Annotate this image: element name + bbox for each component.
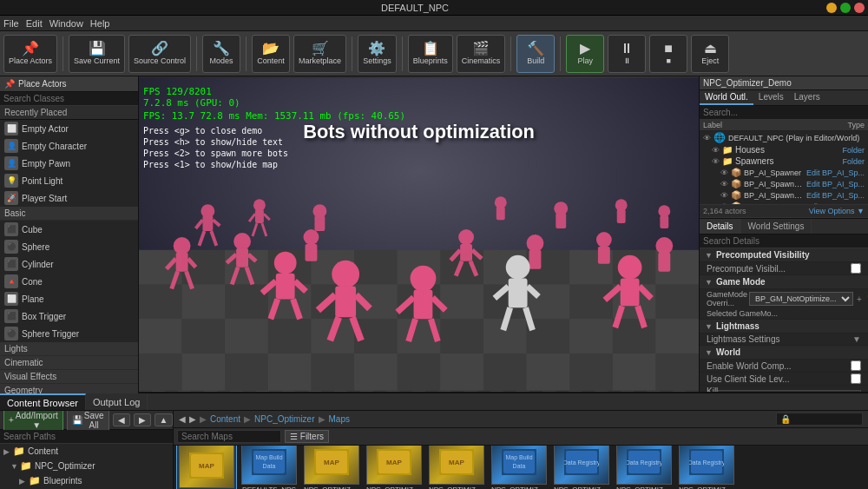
maximize-button[interactable] [840, 3, 851, 13]
asset-item-npc-lvl3[interactable]: MAP NPC_OPTIMIZED... LVL 3 [427, 446, 486, 489]
outliner-item-spawner1[interactable]: 👁 📦 BP_AI_Spawner Edit BP_AI_Sp... [700, 167, 868, 178]
menu-window[interactable]: Window [49, 18, 83, 29]
details-tabs: Details World Settings [700, 219, 868, 235]
tab-content-browser[interactable]: Content Browser [0, 393, 86, 410]
category-basic[interactable]: Basic [0, 207, 138, 221]
path-content[interactable]: Content [210, 414, 240, 424]
nav-back-button[interactable]: ◀ [113, 413, 130, 426]
stop-button[interactable]: ■ ■ [649, 35, 687, 73]
actor-count: 2,164 actors [703, 207, 746, 215]
path-npc-optimizer[interactable]: NPC_Optimizer [254, 414, 314, 424]
path-lock-input[interactable] [776, 413, 863, 426]
menu-file[interactable]: File [3, 18, 19, 29]
bottom-panel: Content Browser Output Log + Add/Import … [0, 392, 868, 489]
eject-button[interactable]: ⏏ Eject [691, 35, 729, 73]
source-control-button[interactable]: 🔗 Source Control [128, 35, 191, 73]
search-classes-input[interactable] [0, 92, 138, 106]
kill-z-input[interactable] [718, 390, 861, 393]
actor-item-plane[interactable]: ⬜ Plane [0, 290, 138, 307]
asset-item-npc-lvl2[interactable]: MAP NPC_OPTIMIZED... LVL 2 [365, 446, 424, 489]
outliner-search-input[interactable] [700, 106, 868, 120]
settings-button[interactable]: ⚙️ Settings [358, 35, 397, 73]
actor-item-empty-pawn[interactable]: 👤 Empty Pawn [0, 155, 138, 172]
outliner-item-spawners[interactable]: 👁 📁 Spawners Folder [700, 155, 868, 167]
actor-item-box-trigger[interactable]: ⬛ Box Trigger [0, 307, 138, 325]
actor-item-player-start[interactable]: 🚀 Player Start [0, 189, 138, 207]
search-paths-input[interactable] [0, 430, 173, 444]
cb-toolbar: + Add/Import ▼ 💾 Save All ◀ ▶ ▲ [0, 411, 173, 430]
svg-text:Data: Data [513, 463, 526, 469]
asset-item-defaults-npc[interactable]: Map Build Data DEFAULTS_NPC Map Build Da… [240, 446, 299, 489]
actor-item-sphere-trigger[interactable]: ⚫ Sphere Trigger [0, 325, 138, 342]
tab-details[interactable]: Details [700, 219, 741, 234]
close-button[interactable] [854, 3, 865, 13]
actor-item-cone[interactable]: 🔺 Cone [0, 273, 138, 290]
tree-item-blueprints[interactable]: ▶ 📁 Blueprints [0, 473, 173, 488]
build-button[interactable]: 🔨 Build [516, 35, 555, 73]
asset-item-npc-mapbuild[interactable]: Map Build Data NPC_OPTIMIZED... Map Buil… [490, 446, 549, 489]
cb-assets[interactable]: MAP DEFAULT_NPC Map Build Data [174, 446, 868, 489]
outliner-item-houses[interactable]: 👁 📁 Houses Folder [700, 144, 868, 155]
section-world[interactable]: ▼ World [700, 346, 868, 360]
search-maps-input[interactable] [177, 430, 281, 443]
tab-world-settings[interactable]: World Settings [741, 219, 812, 234]
minimize-button[interactable] [826, 3, 837, 13]
save-all-button[interactable]: 💾 Save All [67, 411, 109, 432]
filters-button[interactable]: ☰ Filters [285, 430, 329, 443]
svg-text:Map Build: Map Build [505, 454, 532, 461]
asset-item-default-npc[interactable]: MAP DEFAULT_NPC [177, 446, 236, 489]
pause-button[interactable]: ⏸ ⏸ [608, 35, 646, 73]
asset-item-npc-lvl1built[interactable]: Data Registry NPC_OPTIMIZED... LVL 1 Bui… [552, 446, 611, 489]
details-search-input[interactable] [700, 235, 868, 248]
asset-item-npc-lvl2built[interactable]: Data Registry NPC_OPTIMIZED... LVL 2 Bui… [615, 446, 674, 489]
place-actors-button[interactable]: 📌 Place Actors [3, 35, 57, 73]
client-side-lev-checkbox[interactable] [851, 373, 861, 384]
category-visual-effects[interactable]: Visual Effects [0, 370, 138, 384]
menu-help[interactable]: Help [90, 18, 110, 29]
outliner-column-headers: Label Type [700, 120, 868, 131]
menu-edit[interactable]: Edit [26, 18, 43, 29]
outliner-item-spawner2[interactable]: 👁 📦 BP_AI_Spawner2 Edit BP_AI_Sp... [700, 178, 868, 189]
section-precomputed-visibility[interactable]: ▼ Precomputed Visibility [700, 248, 868, 262]
outliner-item-spawner3[interactable]: 👁 📦 BP_AI_Spawner3 Edit BP_AI_Sp... [700, 189, 868, 201]
view-options-btn[interactable]: View Options ▼ [809, 207, 865, 215]
cinematics-button[interactable]: 🎬 Cinematics [457, 35, 506, 73]
add-import-button[interactable]: + Add/Import ▼ [3, 411, 63, 432]
actor-item-sphere[interactable]: ⚫ Sphere [0, 238, 138, 255]
svg-text:Bots without optimization: Bots without optimization [303, 121, 535, 142]
category-lights[interactable]: Lights [0, 342, 138, 356]
actor-item-point-light[interactable]: 💡 Point Light [0, 172, 138, 189]
tab-levels[interactable]: Levels [753, 90, 789, 105]
cb-left-panel: + Add/Import ▼ 💾 Save All ◀ ▶ ▲ ▶ 📁 Cont… [0, 411, 174, 489]
asset-item-npc-lvl3built[interactable]: Data Registry NPC_OPTIMIZED... LVL 3 Bui… [677, 446, 736, 489]
tree-item-content[interactable]: ▶ 📁 Content [0, 444, 173, 459]
marketplace-button[interactable]: 🛒 Marketplace [293, 35, 346, 73]
enable-world-comp-checkbox[interactable] [851, 360, 861, 371]
actor-item-empty-actor[interactable]: ⬜ Empty Actor [0, 120, 138, 137]
blueprints-button[interactable]: 📋 Blueprints [408, 35, 453, 73]
empty-pawn-icon: 👤 [4, 156, 18, 170]
section-game-mode[interactable]: ▼ Game Mode [700, 275, 868, 289]
tab-layers[interactable]: Layers [789, 90, 825, 105]
modes-button[interactable]: 🔧 Modes [202, 35, 240, 73]
content-button[interactable]: 📂 Content [252, 35, 290, 73]
nav-forward-button[interactable]: ▶ [134, 413, 151, 426]
tab-output-log[interactable]: Output Log [86, 393, 148, 410]
nav-up-button[interactable]: ▲ [155, 413, 174, 426]
precompute-visibility-checkbox[interactable] [851, 263, 861, 274]
section-lightmass[interactable]: ▼ Lightmass [700, 320, 868, 334]
path-maps[interactable]: Maps [329, 414, 350, 424]
game-mode-select[interactable]: BP_GM_NotOptimize... [749, 292, 853, 306]
actor-item-empty-character[interactable]: 👤 Empty Character [0, 137, 138, 155]
asset-item-npc-lvl1[interactable]: MAP NPC_OPTIMIZED... LVL 1 [302, 446, 361, 489]
save-current-button[interactable]: 💾 Save Current [69, 35, 125, 73]
category-cinematic[interactable]: Cinematic [0, 356, 138, 370]
outliner-item-world[interactable]: 👁 🌐 DEFAULT_NPC (Play in Editor/World) [700, 131, 868, 144]
tab-world-outliner[interactable]: World Outl. [700, 90, 753, 105]
tree-item-npc-optimizer[interactable]: ▼ 📁 NPC_Optimizer [0, 459, 173, 473]
outliner-list[interactable]: 👁 🌐 DEFAULT_NPC (Play in Editor/World) 👁… [700, 131, 868, 204]
actor-item-cube[interactable]: ⬛ Cube [0, 221, 138, 238]
viewport[interactable]: Bots without optimization FPS 129/8201 7… [139, 76, 699, 392]
actor-item-cylinder[interactable]: ⬛ Cylinder [0, 255, 138, 273]
play-button[interactable]: ▶ Play [566, 35, 604, 73]
